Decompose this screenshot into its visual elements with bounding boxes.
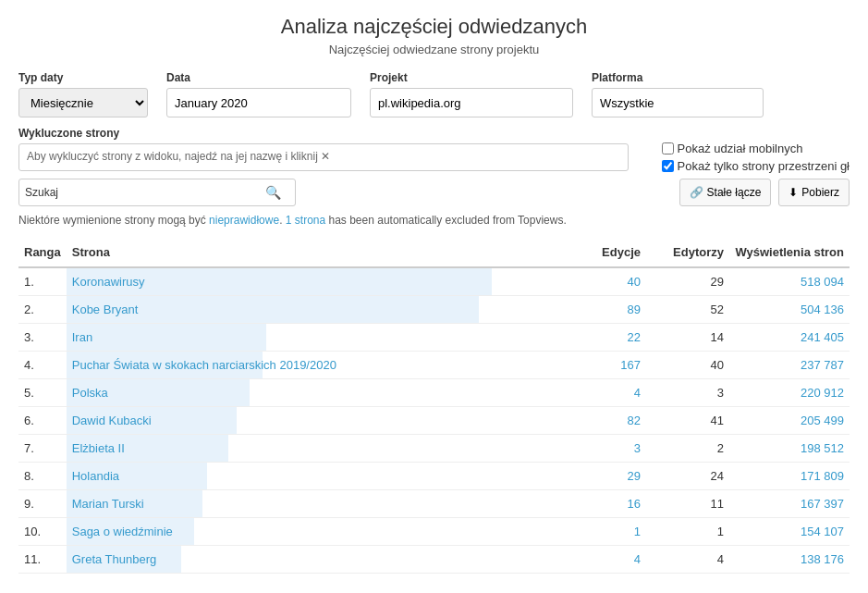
page-link[interactable]: Puchar Świata w skokach narciarskich 201… (72, 358, 336, 372)
cell-edits: 3 (572, 435, 646, 463)
edits-link[interactable]: 16 (628, 497, 641, 511)
page-link[interactable]: Elżbieta II (72, 441, 125, 455)
excluded-hint-text: Aby wykluczyć strony z widoku, najedź na… (27, 150, 330, 163)
cell-page: Greta Thunberg (67, 546, 572, 574)
views-link[interactable]: 171 809 (801, 469, 844, 483)
page-link[interactable]: Saga o wiedźminie (72, 525, 173, 538)
filter-group-date: Data (166, 71, 351, 117)
cell-edits: 16 (572, 490, 646, 518)
edits-link[interactable]: 3 (634, 441, 641, 455)
views-link[interactable]: 154 107 (801, 525, 844, 538)
page-link[interactable]: Dawid Kubacki (72, 414, 152, 427)
type-select[interactable]: Miesięcznie Dziennie Tygodniowo Rocznie (18, 88, 148, 117)
table-header: Ranga Strona Edycje Edytorzy Wyświetleni… (18, 238, 850, 267)
edits-link[interactable]: 4 (634, 552, 641, 566)
cell-views: 171 809 (729, 463, 850, 490)
edits-link[interactable]: 1 (634, 525, 641, 538)
page-link[interactable]: Polska (72, 386, 108, 400)
date-input[interactable] (166, 88, 351, 117)
notice: Niektóre wymienione strony mogą być niep… (18, 214, 850, 227)
cell-editors: 11 (646, 490, 729, 518)
edits-link[interactable]: 29 (628, 469, 641, 483)
download-icon: ⬇ (789, 186, 798, 199)
cell-page: Polska (67, 379, 572, 407)
date-label: Data (166, 71, 351, 84)
cell-views: 198 512 (729, 435, 850, 463)
views-link[interactable]: 138 176 (801, 552, 844, 566)
page-link[interactable]: Kobe Bryant (72, 303, 139, 316)
project-input[interactable] (370, 88, 573, 117)
search-label: Szukaj (25, 186, 58, 199)
cell-page: Dawid Kubacki (67, 407, 572, 435)
cell-rank: 10. (18, 518, 67, 546)
cell-rank: 2. (18, 296, 67, 324)
cell-views: 518 094 (729, 267, 850, 296)
views-link[interactable]: 220 912 (801, 386, 844, 400)
col-editors: Edytorzy (646, 238, 729, 267)
notice-link-invalid[interactable]: nieprawidłowe (209, 214, 279, 227)
notice-link-excluded[interactable]: 1 strona (286, 214, 325, 227)
cell-views: 241 405 (729, 324, 850, 352)
views-link[interactable]: 205 499 (801, 414, 844, 427)
search-box: Szukaj 🔍 (18, 179, 296, 206)
filter-group-type: Typ daty Miesięcznie Dziennie Tygodniowo… (18, 71, 148, 117)
search-buttons-row: Szukaj 🔍 🔗 Stałe łącze ⬇ Pobierz (18, 179, 850, 206)
cell-page: Holandia (67, 463, 572, 490)
mainspace-checkbox[interactable] (662, 160, 674, 172)
edits-link[interactable]: 22 (628, 330, 641, 344)
cell-editors: 1 (646, 518, 729, 546)
views-link[interactable]: 167 397 (801, 497, 844, 511)
page-link[interactable]: Marian Turski (72, 497, 144, 511)
mobile-checkbox[interactable] (662, 142, 674, 154)
cell-rank: 6. (18, 407, 67, 435)
cell-views: 154 107 (729, 518, 850, 546)
excluded-section: Wykluczone strony Aby wykluczyć strony z… (18, 127, 850, 173)
cell-edits: 29 (572, 463, 646, 490)
table-row: 8. Holandia 29 24 171 809 (18, 463, 850, 490)
cell-editors: 41 (646, 407, 729, 435)
edits-link[interactable]: 89 (628, 303, 641, 316)
top-filters: Typ daty Miesięcznie Dziennie Tygodniowo… (18, 71, 850, 117)
mainspace-checkbox-label[interactable]: Pokaż tylko strony przestrzeni gł (662, 159, 850, 173)
edits-link[interactable]: 82 (628, 414, 641, 427)
edits-link[interactable]: 4 (634, 386, 641, 400)
type-label: Typ daty (18, 71, 148, 84)
edits-link[interactable]: 40 (628, 275, 641, 289)
col-edits: Edycje (572, 238, 646, 267)
mobile-checkbox-label[interactable]: Pokaż udział mobilnych (662, 142, 850, 155)
excluded-hint: Aby wykluczyć strony z widoku, najedź na… (18, 143, 629, 171)
views-link[interactable]: 198 512 (801, 441, 844, 455)
mainspace-label: Pokaż tylko strony przestrzeni gł (678, 159, 850, 173)
table-row: 11. Greta Thunberg 4 4 138 176 (18, 546, 850, 574)
cell-rank: 1. (18, 267, 67, 296)
cell-editors: 52 (646, 296, 729, 324)
project-label: Projekt (370, 71, 573, 84)
search-input[interactable] (62, 186, 265, 200)
views-link[interactable]: 504 136 (801, 303, 844, 316)
page-link[interactable]: Holandia (72, 469, 119, 483)
table-row: 7. Elżbieta II 3 2 198 512 (18, 435, 850, 463)
cell-rank: 9. (18, 490, 67, 518)
cell-views: 220 912 (729, 379, 850, 407)
views-link[interactable]: 518 094 (801, 275, 844, 289)
download-button[interactable]: ⬇ Pobierz (778, 179, 850, 206)
cell-rank: 11. (18, 546, 67, 574)
table-row: 3. Iran 22 14 241 405 (18, 324, 850, 352)
table-row: 9. Marian Turski 16 11 167 397 (18, 490, 850, 518)
mobile-label: Pokaż udział mobilnych (678, 142, 803, 155)
table-row: 10. Saga o wiedźminie 1 1 154 107 (18, 518, 850, 546)
page-link[interactable]: Iran (72, 330, 92, 344)
col-rank: Ranga (18, 238, 67, 267)
cell-rank: 8. (18, 463, 67, 490)
page-link[interactable]: Koronawirusy (72, 275, 145, 289)
cell-edits: 167 (572, 352, 646, 379)
platform-input[interactable] (592, 88, 764, 117)
cell-rank: 7. (18, 435, 67, 463)
notice-text-middle: . (279, 214, 286, 227)
edits-link[interactable]: 167 (620, 358, 641, 372)
cell-views: 205 499 (729, 407, 850, 435)
views-link[interactable]: 241 405 (801, 330, 844, 344)
views-link[interactable]: 237 787 (801, 358, 844, 372)
page-link[interactable]: Greta Thunberg (72, 552, 157, 566)
permanent-links-button[interactable]: 🔗 Stałe łącze (679, 179, 772, 206)
